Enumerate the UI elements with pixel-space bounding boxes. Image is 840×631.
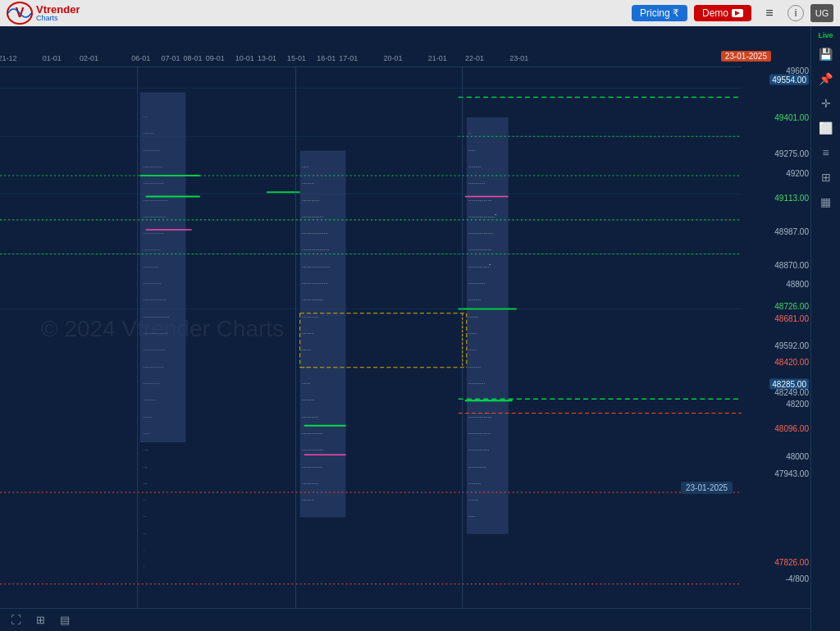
svg-text:...............: ............... (302, 429, 323, 435)
price-label: 49113.00 (774, 194, 809, 203)
svg-text:....................: .................... (302, 245, 330, 251)
svg-text:.....: ..... (468, 512, 476, 518)
svg-text:...............: ............... (302, 463, 323, 469)
svg-text:.........: ......... (302, 179, 315, 185)
fullscreen-button[interactable]: ⛶ (7, 611, 25, 629)
price-label: 48000 (786, 452, 809, 461)
rectangle-draw-icon[interactable]: ⬜ (816, 118, 836, 138)
svg-text:.........: ......... (468, 363, 482, 368)
user-icon[interactable]: UG (810, 4, 833, 22)
svg-text:.........: ......... (302, 496, 315, 501)
logo-icon: V (7, 2, 33, 25)
svg-text:..: .. (144, 529, 147, 535)
price-label: 49592.00 (774, 341, 809, 350)
svg-text:.....................: ..................... (302, 263, 331, 268)
price-label: 48420.00 (774, 358, 809, 367)
svg-text:.........: ......... (144, 396, 157, 401)
svg-text:............: ............ (468, 179, 486, 185)
svg-text:.........: ......... (302, 396, 315, 401)
svg-text:.......: ....... (302, 345, 312, 351)
date-tick: 08-01 (184, 54, 203, 62)
demo-button[interactable]: Demo (694, 5, 751, 21)
logo-text: Vtrender Charts (36, 4, 80, 22)
date-bar: 21-1201-0102-0106-0107-0108-0109-0110-01… (0, 51, 742, 67)
svg-text:.......: ....... (468, 496, 478, 501)
svg-text:................: ................ (144, 345, 166, 351)
svg-text:.: . (144, 546, 145, 551)
price-label: 47826.00 (774, 557, 809, 566)
date-tick: 22-01 (465, 54, 484, 62)
svg-text:....: .... (144, 446, 149, 451)
svg-text:............: ............ (144, 379, 161, 385)
price-tooltip: 23-01-2025 (681, 482, 733, 494)
svg-text:.............: ............. (302, 196, 320, 202)
date-tick: 23-01 (509, 54, 528, 62)
price-label: 49554.00 (769, 75, 809, 85)
svg-text:.............: ............. (144, 279, 162, 285)
svg-text:...........: ........... (144, 263, 159, 268)
price-label: 48681.00 (774, 314, 809, 323)
info-icon[interactable]: i (788, 5, 804, 21)
svg-text:...............": ..............." (468, 263, 491, 268)
svg-text:.................: ................. (144, 295, 167, 301)
price-label: 48987.00 (774, 227, 809, 236)
price-label: 49200 (786, 168, 809, 177)
svg-text:...................": ..................." (468, 213, 496, 218)
svg-text:..: .. (144, 512, 147, 518)
date-tick: 10-01 (235, 54, 254, 62)
chart-svg: ... ........ ............ ..............… (0, 67, 742, 631)
date-tick: 09-01 (206, 54, 225, 62)
svg-text:...............: ............... (144, 363, 165, 368)
logo-charts: Charts (36, 15, 80, 22)
chart-area: © 2024 Vtrender Charts 21-1201-0102-0106… (0, 26, 840, 631)
menu-icon[interactable]: ≡ (758, 4, 781, 22)
date-tick: 02-01 (80, 54, 98, 62)
svg-text:......: ...... (144, 413, 152, 418)
date-tick: 20-01 (384, 54, 403, 62)
grid-layout-button[interactable]: ⊞ (31, 611, 49, 629)
save-icon[interactable]: 💾 (816, 44, 836, 64)
svg-text:.........: ......... (302, 329, 315, 335)
price-label: 48870.00 (774, 260, 809, 269)
panel-layout-button[interactable]: ▤ (56, 611, 74, 629)
grid-view-icon[interactable]: ⊞ (816, 167, 836, 187)
cursor-crosshair-icon[interactable]: ✛ (816, 94, 836, 113)
svg-text:..............: .............. (144, 162, 163, 168)
svg-text:.: . (144, 562, 145, 568)
right-toolbar: Live 💾 📌 ✛ ⬜ ≡ ⊞ ▦ (810, 26, 840, 631)
date-tick: 21-12 (0, 54, 17, 62)
svg-text:...................: ................... (302, 229, 328, 235)
logo: V Vtrender Charts (7, 2, 80, 25)
price-label: 48726.00 (774, 302, 809, 311)
date-tick: 17-01 (339, 54, 358, 62)
svg-text:.....: ..... (144, 429, 151, 435)
svg-text:...............: ............... (144, 179, 165, 185)
price-label: 48096.00 (774, 424, 809, 433)
svg-text:............: ............ (302, 479, 319, 485)
svg-text:............: ............ (144, 245, 161, 251)
svg-text:............: ............ (468, 279, 486, 285)
svg-text:.................: ................. (468, 245, 492, 251)
svg-text:......: ...... (468, 329, 477, 335)
table-view-icon[interactable]: ▦ (816, 192, 836, 212)
svg-text:.......: ....... (468, 313, 478, 318)
pricing-button[interactable]: Pricing ₹ (632, 5, 687, 21)
svg-text:................: ................ (302, 213, 324, 218)
price-label: 49275.00 (774, 149, 809, 158)
pin-icon[interactable]: 📌 (816, 69, 836, 89)
svg-text:......: ...... (302, 379, 310, 385)
date-tick: 13-01 (258, 54, 276, 62)
svg-text:..: .. (144, 496, 147, 501)
youtube-icon (732, 9, 743, 17)
date-tick: 16-01 (317, 54, 336, 62)
price-label: 48800 (786, 280, 809, 289)
lines-draw-icon[interactable]: ≡ (816, 143, 836, 162)
svg-text:...................: ................... (302, 279, 328, 285)
svg-text:.........: ......... (468, 295, 482, 301)
svg-text:.................: ................. (144, 213, 167, 218)
date-tick: 06-01 (131, 54, 150, 62)
svg-text:.........: ......... (468, 162, 482, 168)
svg-text:...: ... (144, 463, 148, 469)
price-scale: 4960049554.0049401.0049275.004920049113.… (745, 51, 810, 606)
demo-label: Demo (702, 7, 728, 19)
